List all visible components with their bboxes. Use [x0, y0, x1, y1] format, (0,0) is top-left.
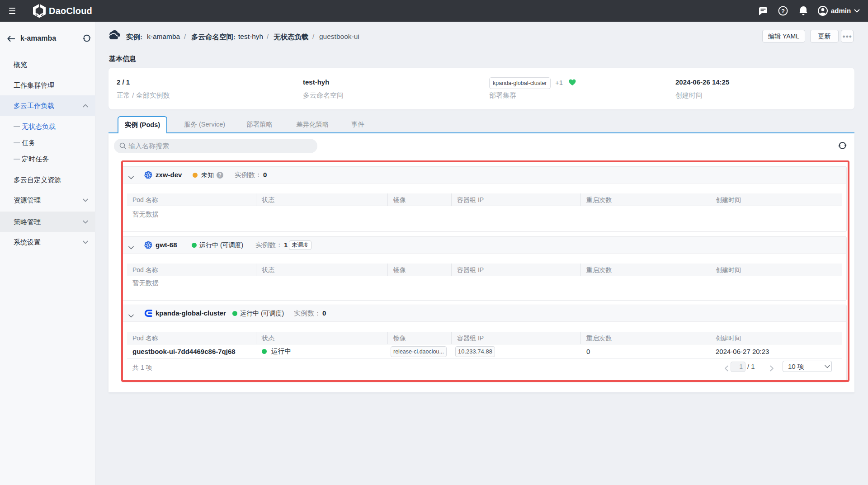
- svg-text:?: ?: [781, 8, 785, 14]
